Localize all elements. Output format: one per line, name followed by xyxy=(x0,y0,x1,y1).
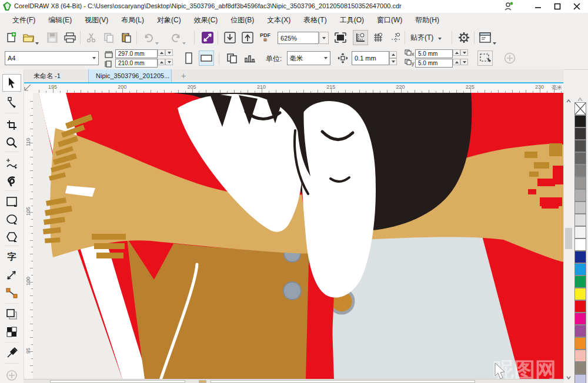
menu-item-9[interactable]: 工具(O) xyxy=(333,14,370,27)
no-color-swatch[interactable] xyxy=(574,102,586,115)
horizontal-ruler[interactable]: 195200205210215220225230毫米 xyxy=(33,83,563,93)
text-tool[interactable]: 字 xyxy=(4,249,19,264)
color-swatch-e60c15[interactable] xyxy=(574,300,586,313)
drawing-canvas[interactable]: 昵图网 xyxy=(33,93,563,379)
nudge-spinner-up[interactable] xyxy=(389,51,397,58)
open-button[interactable] xyxy=(21,30,36,45)
all-pages-button[interactable] xyxy=(242,51,258,66)
color-swatch-f3f3f3[interactable] xyxy=(574,226,586,238)
zoom-level-combo[interactable]: 625% xyxy=(278,32,319,44)
portrait-button[interactable] xyxy=(181,51,196,66)
export-button[interactable] xyxy=(240,30,255,45)
freehand-tool[interactable] xyxy=(4,156,19,172)
landscape-button[interactable] xyxy=(199,51,214,66)
menu-item-1[interactable]: 编辑(E) xyxy=(42,14,78,27)
duplicate-y-input[interactable]: 5.0 mm xyxy=(415,59,453,68)
interactive-fill-tool[interactable] xyxy=(4,368,19,383)
color-swatch-504d4d[interactable] xyxy=(574,140,586,152)
fullscreen-preview-button[interactable] xyxy=(333,30,348,45)
minimize-button[interactable] xyxy=(529,1,547,12)
artistic-media-tool[interactable] xyxy=(4,174,19,189)
ruler-origin-corner[interactable] xyxy=(24,83,34,93)
page-height-spinner2[interactable] xyxy=(165,59,173,65)
scroll-down-arrow[interactable] xyxy=(566,372,571,377)
menu-item-8[interactable]: 表格(T) xyxy=(297,14,333,27)
vertical-ruler[interactable]: 11010510095 xyxy=(24,93,34,379)
paste-button[interactable] xyxy=(119,30,134,45)
show-rulers-button[interactable] xyxy=(353,30,368,45)
color-swatch-172a90[interactable] xyxy=(574,251,586,263)
polygon-tool[interactable] xyxy=(4,229,19,244)
tab-nipic-active[interactable]: Nipic_3503796_201205... xyxy=(88,69,172,82)
pick-tool[interactable] xyxy=(2,74,21,92)
new-document-button[interactable] xyxy=(4,30,19,45)
color-swatch-1f1c1c[interactable] xyxy=(574,115,586,127)
color-swatch-686565[interactable] xyxy=(574,152,586,164)
color-swatch-383434[interactable] xyxy=(574,127,586,140)
scrollbar-thumb[interactable] xyxy=(565,228,572,249)
color-swatch-c3c4e2[interactable] xyxy=(574,374,586,383)
menu-item-5[interactable]: 效果(C) xyxy=(188,14,225,27)
menu-item-0[interactable]: 文件(F) xyxy=(6,14,42,27)
maximize-button[interactable] xyxy=(549,1,566,12)
color-swatch-fcee1f[interactable] xyxy=(574,288,586,300)
color-swatch-9c4b97[interactable] xyxy=(574,325,586,337)
close-button[interactable] xyxy=(568,1,586,12)
nudge-spinner-down[interactable] xyxy=(389,58,397,65)
menu-item-3[interactable]: 布局(L) xyxy=(115,14,151,27)
menu-item-10[interactable]: 窗口(W) xyxy=(370,14,409,27)
color-swatch-8d8577[interactable] xyxy=(574,362,586,374)
show-guidelines-button[interactable] xyxy=(388,30,403,45)
treat-as-filled-button[interactable] xyxy=(477,51,493,66)
page-width-spinner2[interactable] xyxy=(165,49,173,56)
page-height-input[interactable]: 210.0 mm xyxy=(115,59,158,68)
ellipse-tool[interactable] xyxy=(4,211,19,227)
print-button[interactable] xyxy=(62,30,78,45)
launcher-dropdown[interactable] xyxy=(493,36,496,47)
palette-scroll-up[interactable] xyxy=(577,94,583,99)
publish-pdf-button[interactable]: PDF⊞ xyxy=(258,30,273,45)
menu-item-2[interactable]: 视图(V) xyxy=(78,14,115,27)
color-swatch-ffffff[interactable] xyxy=(574,238,586,251)
page-width-spinner[interactable] xyxy=(158,49,165,56)
menu-item-4[interactable]: 对象(C) xyxy=(151,14,188,27)
eyedropper-tool[interactable] xyxy=(4,345,19,361)
snap-to-button[interactable]: 贴齐(T) xyxy=(410,33,442,43)
page-navigator-fragment[interactable] xyxy=(50,380,185,383)
crop-tool[interactable] xyxy=(4,117,19,133)
options-gear-icon[interactable] xyxy=(456,30,472,45)
page-width-input[interactable]: 297.0 mm xyxy=(115,49,158,58)
connector-tool[interactable] xyxy=(4,285,19,301)
application-launcher-icon[interactable] xyxy=(477,30,493,45)
shape-tool[interactable] xyxy=(4,95,19,110)
import-button[interactable] xyxy=(222,30,238,45)
units-combo[interactable]: 毫米 xyxy=(287,51,330,65)
open-dropdown[interactable] xyxy=(35,36,39,47)
rectangle-tool[interactable] xyxy=(4,194,19,209)
tab-untitled[interactable]: 未命名 -1 xyxy=(26,69,85,82)
vertical-scrollbar[interactable] xyxy=(563,93,573,379)
color-swatch-e70c8d[interactable] xyxy=(574,313,586,325)
color-swatch-989595[interactable] xyxy=(574,177,586,189)
nudge-distance-input[interactable]: 0.1 mm xyxy=(352,51,389,65)
scroll-up-arrow[interactable] xyxy=(566,95,571,100)
current-page-button[interactable] xyxy=(225,51,240,66)
color-swatch-b0aeae[interactable] xyxy=(574,189,586,201)
color-swatch-807d7d[interactable] xyxy=(574,164,586,177)
zoom-dropdown[interactable] xyxy=(319,32,329,44)
color-swatch-0aa04f[interactable] xyxy=(574,276,586,288)
dup-y-spin-up[interactable] xyxy=(453,59,460,65)
menu-item-11[interactable]: 帮助(H) xyxy=(409,14,446,27)
menu-item-6[interactable]: 位图(B) xyxy=(224,14,260,27)
signin-user-icon[interactable] xyxy=(500,1,517,12)
color-swatch-f6bdb3[interactable] xyxy=(574,350,586,362)
zoom-tool[interactable] xyxy=(4,135,19,150)
dup-y-spin-dn[interactable] xyxy=(460,59,468,65)
show-grid-button[interactable] xyxy=(370,30,386,45)
transparency-tool[interactable] xyxy=(4,324,19,340)
search-content-button[interactable] xyxy=(200,30,215,45)
dimension-tool[interactable] xyxy=(4,268,19,283)
new-tab-button[interactable]: + xyxy=(174,69,188,82)
menu-item-7[interactable]: 文本(X) xyxy=(260,14,297,27)
color-swatch-189ce0[interactable] xyxy=(574,263,586,276)
